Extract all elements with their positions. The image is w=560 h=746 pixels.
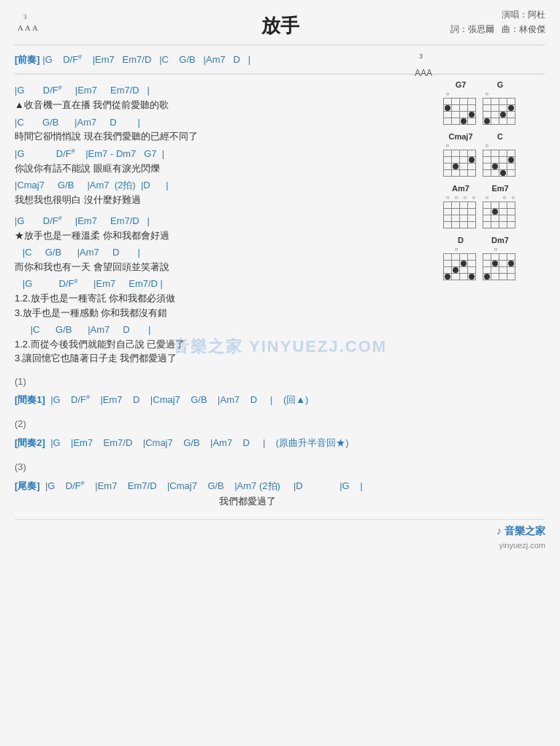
chord-cmaj7: Cmaj7 ○ (443, 132, 478, 177)
footer: ♪ 音樂之家 yinyuezj.com (15, 519, 545, 551)
main-content: |G D/F# |Em7 Em7/D | ▲收音機一直在播 我們從前愛聽的歌 |… (15, 80, 545, 511)
verse1-chord4: |Cmaj7 G/B |Am7 (2拍) |D | (15, 178, 436, 193)
verse1-chord1: |G D/F# |Em7 Em7/D | (15, 83, 436, 98)
chorus-chord4: |C G/B |Am7 D | (15, 323, 436, 337)
chord-diagrams: G7 ○ G ○ (443, 80, 545, 511)
verse1-lyric4: 我想我也很明白 沒什麼好難過 (15, 193, 436, 207)
chorus-lyric1: ★放手也是一種溫柔 你和我都會好過 (15, 228, 436, 243)
aaa-right: 3 AAA (415, 50, 432, 81)
interlude1-label: [間奏1] (15, 394, 45, 405)
chorus-lyric4a: 1.2.而從今後我們就能對自己說 已愛過了 (15, 337, 436, 352)
chorus-lyric3b: 3.放手也是一種感動 你和我都沒有錯 (15, 306, 436, 320)
outro-num: (3) (15, 458, 436, 475)
interlude2-num: (2) (15, 415, 436, 432)
outro-line: [尾奏] |G D/F# |Em7 Em7/D |Cmaj7 G/B |Am7 … (15, 477, 436, 494)
chord-c: C ○ (483, 132, 518, 177)
outro-lyric: 我們都愛過了 (15, 494, 436, 509)
chorus-lyric3a: 1.2.放手也是一種寄託 你和我都必須做 (15, 291, 436, 306)
chord-em7: Em7 ○ ○ ○ (483, 184, 518, 228)
chord-am7: Am7 ○ ○ ○ ○ (443, 184, 478, 228)
lyrics-composer-info: 詞：張思爾 曲：林俊傑 (450, 22, 545, 36)
prelude-label: [前奏] (15, 54, 40, 65)
chorus-section: |G D/F# |Em7 Em7/D | ★放手也是一種溫柔 你和我都會好過 |… (15, 214, 436, 366)
interlude1-num: (1) (15, 373, 436, 390)
verse1-section: |G D/F# |Em7 Em7/D | ▲收音機一直在播 我們從前愛聽的歌 |… (15, 83, 436, 207)
chord-dm7: Dm7 ○ (483, 236, 518, 280)
verse1-lyric3: 你說你有話不能說 眼眶有淚光閃爍 (15, 161, 436, 176)
top-right-info: 演唱：阿杜 詞：張思爾 曲：林俊傑 (450, 7, 545, 37)
verse1-chord3: |G D/F# |Em7 - Dm7 G7 | (15, 147, 436, 161)
chorus-lyric2: 而你和我也有一天 會望回頭並笑著說 (15, 260, 436, 274)
footer-url: yinyuezj.com (499, 541, 545, 550)
verse1-chord2: |C G/B |Am7 D | (15, 115, 436, 130)
chorus-chord2: |C G/B |Am7 D | (15, 245, 436, 260)
chord-row-1: G7 ○ G ○ (443, 80, 545, 125)
interlude2-section: (2) [間奏2] |G |Em7 Em7/D |Cmaj7 G/B |Am7 … (15, 415, 436, 451)
interlude2-label: [間奏2] (15, 437, 45, 448)
verse1-lyric2: 時間它卻悄悄說 現在我們愛聽的已經不同了 (15, 129, 436, 144)
interlude1-chords: |G D/F# |Em7 D |Cmaj7 G/B |Am7 D | (回▲) (48, 394, 309, 405)
verse1-lyric1: ▲收音機一直在播 我們從前愛聽的歌 (15, 98, 436, 112)
interlude2-line: [間奏2] |G |Em7 Em7/D |Cmaj7 G/B |Am7 D | … (15, 434, 436, 451)
singer-info: 演唱：阿杜 (450, 7, 545, 22)
prelude-section: [前奏] |G D/F# |Em7 Em7/D |C G/B |Am7 D | … (15, 51, 545, 68)
chord-d: D ○ (443, 236, 478, 280)
interlude1-line: [間奏1] |G D/F# |Em7 D |Cmaj7 G/B |Am7 D |… (15, 391, 436, 408)
outro-section: (3) [尾奏] |G D/F# |Em7 Em7/D |Cmaj7 G/B |… (15, 458, 436, 508)
chorus-chord1: |G D/F# |Em7 Em7/D | (15, 214, 436, 228)
chord-g7: G7 ○ (443, 80, 478, 125)
interlude2-chords: |G |Em7 Em7/D |Cmaj7 G/B |Am7 D | (原曲升半音… (48, 437, 349, 448)
outro-chords: |G D/F# |Em7 Em7/D |Cmaj7 G/B |Am7 (2拍) … (42, 480, 362, 491)
left-content: |G D/F# |Em7 Em7/D | ▲收音機一直在播 我們從前愛聽的歌 |… (15, 80, 436, 511)
prelude-chords: |G D/F# |Em7 Em7/D |C G/B |Am7 D | (42, 54, 250, 65)
chorus-lyric4b: 3.讓回憶它也隨著日子走 我們都愛過了 (15, 351, 436, 366)
chord-row-4: D ○ Dm7 ○ (443, 236, 545, 280)
section-divider-1 (15, 74, 545, 74)
footer-logo: ♪ 音樂之家 (496, 525, 545, 537)
chord-row-2: Cmaj7 ○ C ○ (443, 132, 545, 177)
interlude1-section: (1) [間奏1] |G D/F# |Em7 D |Cmaj7 G/B |Am7… (15, 373, 436, 409)
title-divider (15, 45, 545, 45)
chorus-chord3: |G D/F# |Em7 Em7/D | (15, 277, 436, 291)
chord-row-3: Am7 ○ ○ ○ ○ Em7 ○ (443, 184, 545, 228)
top-left-aaa: 3 AAA (18, 10, 39, 34)
outro-label: [尾奏] (15, 480, 40, 491)
chord-g: G ○ (483, 80, 518, 125)
